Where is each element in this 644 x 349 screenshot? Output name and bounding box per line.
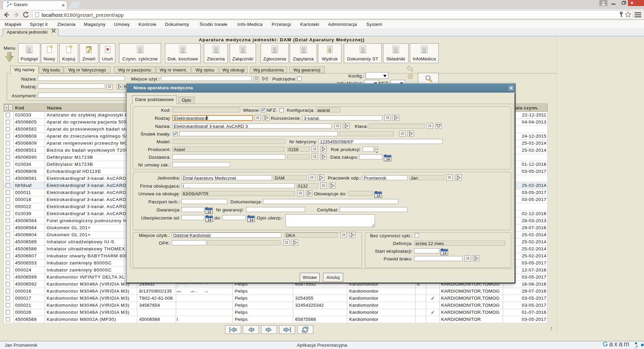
svg-text:Gaxam: Gaxam — [603, 341, 631, 348]
svg-text:14: 14 — [443, 251, 447, 255]
svg-text:14: 14 — [386, 157, 390, 161]
svg-text:14: 14 — [377, 194, 381, 198]
